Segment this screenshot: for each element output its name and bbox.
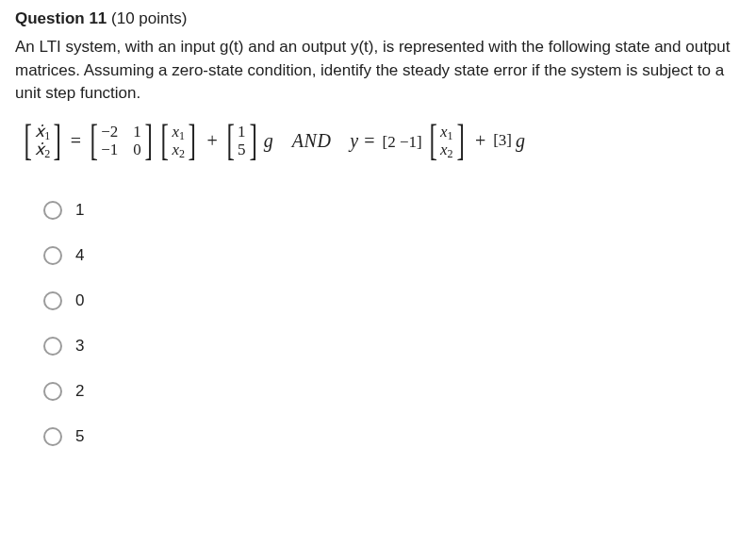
option-label-1: 1 bbox=[75, 201, 84, 220]
radio-option-5[interactable] bbox=[43, 382, 62, 401]
option-label-6: 5 bbox=[75, 427, 84, 446]
math-equations: [ ẋ1 ẋ2 ] = [ −21 −10 ] [ x1 x2 ] + [ 1 … bbox=[21, 123, 741, 159]
option-label-4: 3 bbox=[75, 337, 84, 356]
question-prompt: An LTI system, with an input g(t) and an… bbox=[15, 36, 741, 106]
x-vector-1: [ x1 x2 ] bbox=[157, 123, 199, 159]
B-matrix: [ 1 5 ] bbox=[223, 123, 260, 159]
question-points: (10 points) bbox=[111, 9, 187, 27]
option-row-1: 1 bbox=[43, 188, 741, 233]
answer-options: 1 4 0 3 2 5 bbox=[43, 188, 741, 459]
g-var: g bbox=[264, 130, 273, 152]
option-label-2: 4 bbox=[75, 246, 84, 265]
option-row-5: 2 bbox=[43, 369, 741, 414]
x-vector-2: [ x1 x2 ] bbox=[426, 123, 468, 159]
plus-sign-2: + bbox=[475, 130, 485, 152]
radio-option-2[interactable] bbox=[43, 246, 62, 265]
D-matrix: [3] bbox=[491, 131, 514, 150]
option-label-3: 0 bbox=[75, 291, 84, 310]
g-var-2: g bbox=[516, 130, 525, 152]
question-title: Question 11 (10 points) bbox=[15, 9, 741, 28]
option-row-2: 4 bbox=[43, 233, 741, 278]
equals-sign: = bbox=[71, 130, 81, 152]
radio-option-6[interactable] bbox=[43, 427, 62, 446]
radio-option-4[interactable] bbox=[43, 337, 62, 356]
C-matrix: [2 −1] bbox=[381, 130, 424, 152]
radio-option-3[interactable] bbox=[43, 291, 62, 310]
option-label-5: 2 bbox=[75, 382, 84, 401]
xdot-vector: [ ẋ1 ẋ2 ] bbox=[21, 123, 65, 159]
option-row-4: 3 bbox=[43, 323, 741, 369]
question-number: Question 11 bbox=[15, 9, 107, 27]
equals-sign-2: = bbox=[364, 130, 374, 152]
plus-sign-1: + bbox=[206, 130, 217, 152]
y-var: y bbox=[350, 130, 358, 152]
option-row-3: 0 bbox=[43, 278, 741, 323]
A-matrix: [ −21 −10 ] bbox=[87, 123, 156, 159]
and-text: AND bbox=[292, 130, 332, 152]
radio-option-1[interactable] bbox=[43, 201, 62, 220]
option-row-6: 5 bbox=[43, 414, 741, 459]
